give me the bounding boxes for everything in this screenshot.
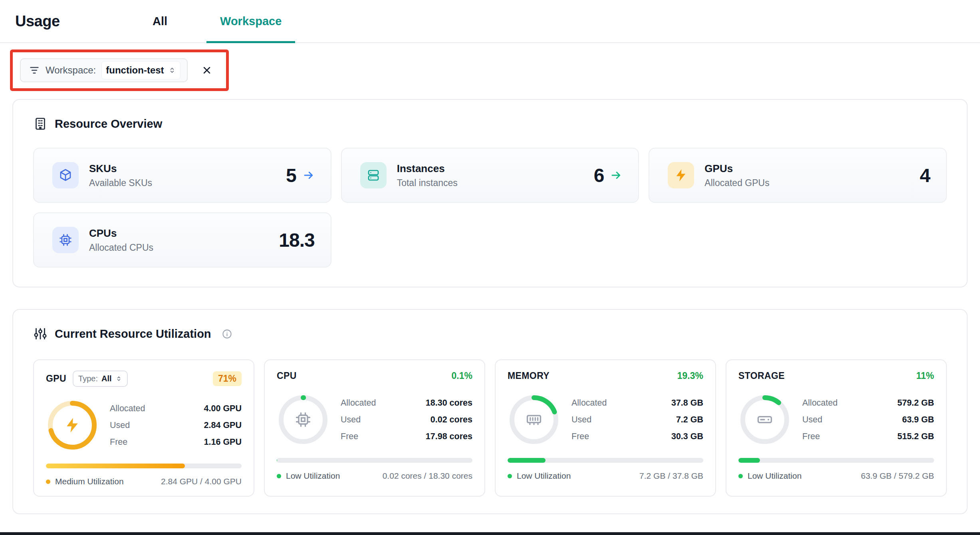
sliders-icon [33,327,48,341]
stat-subtitle: Available SKUs [89,178,152,188]
utilization-section: Current Resource Utilization GPU Type: A… [12,309,968,514]
util-name: MEMORY [508,371,550,381]
chevron-updown-icon [168,66,176,74]
metric-value: 4.00 GPU [204,404,242,414]
page-title: Usage [15,13,139,30]
util-ratio: 2.84 GPU / 4.00 GPU [161,477,242,486]
metric-label: Free [571,432,589,442]
workspace-filter-select[interactable]: function-test [101,61,180,79]
stat-value: 5 [286,164,296,186]
metric-value: 30.3 GB [671,432,703,442]
drive-icon [738,393,791,446]
memory-progress-bar [508,458,703,463]
stat-title: SKUs [89,162,152,175]
stat-card-skus[interactable]: SKUs Available SKUs 5 [33,148,331,203]
stat-card-cpus: CPUs Allocated CPUs 18.3 [33,212,331,268]
tab-all-label: All [153,15,167,28]
type-value: All [101,374,112,383]
clear-filter-button[interactable] [198,61,216,79]
filter-icon [29,65,40,76]
ram-icon [508,393,560,446]
util-status: Low Utilization [748,471,801,481]
storage-donut-gauge [738,393,791,446]
stat-value: 6 [594,164,604,186]
util-ratio: 63.9 GB / 579.2 GB [861,471,934,481]
arrow-right-icon [610,169,622,181]
utilization-grid: GPU Type: All 71% Allo [33,359,947,497]
stat-title: CPUs [89,227,153,240]
tab-workspace-label: Workspace [220,15,282,28]
metric-label: Allocated [341,398,376,408]
workspace-filter-value: function-test [106,65,164,76]
chip-icon [277,393,329,446]
util-ratio: 7.2 GB / 37.8 GB [639,471,703,481]
metric-value: 18.30 cores [426,398,472,408]
chevron-updown-icon [115,375,122,382]
metric-label: Free [341,432,358,442]
util-name: STORAGE [738,371,785,381]
stat-title: Instances [397,162,458,175]
util-card-cpu: CPU 0.1% Allocated18.30 cores Used0.02 c… [264,359,485,497]
stack-icon [360,162,387,188]
bolt-icon [668,162,694,188]
type-label: Type: [78,374,98,383]
util-card-gpu: GPU Type: All 71% Allo [33,359,254,497]
util-status: Low Utilization [286,471,340,481]
info-icon[interactable] [222,329,232,339]
utilization-title: Current Resource Utilization [55,327,211,341]
metric-label: Allocated [802,398,837,408]
arrow-right-icon [303,169,315,181]
gpu-donut-gauge [46,399,99,452]
tab-all[interactable]: All [139,0,181,42]
util-percent: 71% [213,371,242,386]
util-percent: 11% [916,371,934,381]
metric-value: 0.02 cores [430,415,472,425]
stat-title: GPUs [704,162,769,175]
metric-label: Allocated [110,404,145,414]
status-dot [46,480,50,484]
tab-workspace[interactable]: Workspace [206,0,295,42]
util-card-storage: STORAGE 11% Allocated579.2 GB Used63.9 G… [726,359,947,497]
bolt-icon [46,399,99,452]
gpu-type-select[interactable]: Type: All [73,371,127,387]
filter-row: Workspace: function-test [10,50,980,91]
util-name: CPU [277,371,297,381]
close-icon [201,65,212,76]
top-bar: Usage All Workspace [0,0,980,43]
stat-value: 4 [920,164,930,186]
stat-subtitle: Allocated GPUs [704,178,769,188]
metric-value: 2.84 GPU [204,420,242,430]
metric-value: 17.98 cores [426,432,472,442]
status-dot [508,474,512,478]
metric-value: 63.9 GB [902,415,934,425]
metric-value: 515.2 GB [897,432,934,442]
building-icon [33,117,48,131]
metric-label: Used [341,415,361,425]
resource-overview-header: Resource Overview [33,117,947,131]
metric-value: 7.2 GB [676,415,703,425]
util-percent: 0.1% [452,371,472,381]
util-status: Medium Utilization [55,477,124,486]
metric-label: Free [110,437,127,447]
stat-card-instances[interactable]: Instances Total instances 6 [341,148,639,203]
metric-label: Allocated [571,398,607,408]
status-dot [738,474,743,478]
util-name: GPU [46,373,66,384]
gpu-progress-bar [46,464,242,468]
stat-card-gpus: GPUs Allocated GPUs 4 [649,148,947,203]
metric-value: 37.8 GB [671,398,703,408]
cpu-progress-bar [277,458,472,463]
stat-subtitle: Total instances [397,178,458,188]
workspace-filter-chip[interactable]: Workspace: function-test [20,58,188,82]
highlight-annotation: Workspace: function-test [10,50,229,91]
workspace-filter-label: Workspace: [46,65,96,76]
metric-value: 1.16 GPU [204,437,242,447]
storage-progress-bar [738,458,934,463]
chip-icon [52,227,79,253]
cpu-donut-gauge [277,393,329,446]
resource-overview-title: Resource Overview [55,117,162,131]
util-status: Low Utilization [517,471,571,481]
stat-grid: SKUs Available SKUs 5 Instances Total in… [33,148,947,268]
stat-value: 18.3 [279,229,314,251]
bottom-section-edge [0,532,980,535]
